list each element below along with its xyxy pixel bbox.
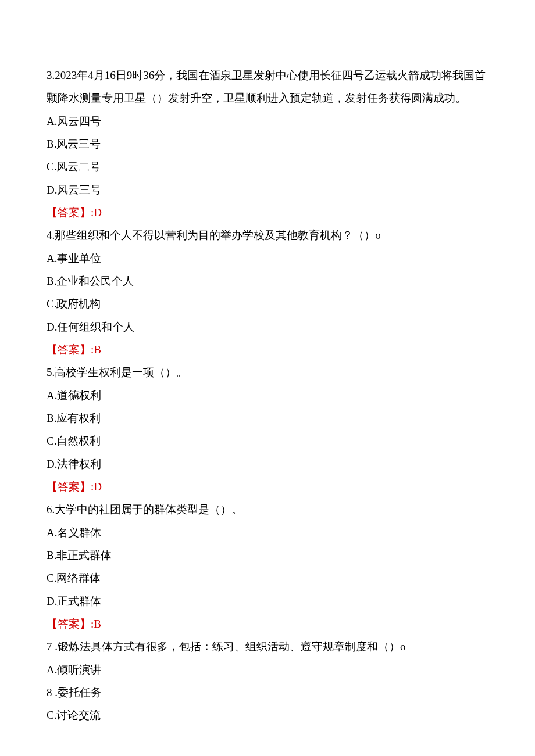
option: A.名义群体 (47, 521, 488, 544)
question-text: 那些组织和个人不得以营利为目的举办学校及其他教育机构？（）o (55, 229, 381, 241)
answer-value: B (94, 618, 101, 630)
option: 8 .委托任务 (47, 681, 488, 704)
option: B.应有权利 (47, 407, 488, 429)
answer-value: :D (91, 481, 102, 493)
question-stem: 7 .锻炼法具体方式有很多，包括：练习、组织活动、遵守规章制度和（）o (47, 635, 488, 658)
question-number: 3. (47, 69, 55, 81)
question-text: 大学中的社团属于的群体类型是（）。 (55, 503, 242, 515)
question-number: 5. (47, 366, 55, 378)
question-stem: 6.大学中的社团属于的群体类型是（）。 (47, 498, 488, 521)
answer-label: 【答案】 (47, 481, 91, 493)
option: C.讨论交流 (47, 704, 488, 726)
option: A.事业单位 (47, 247, 488, 270)
option: A.倾听演讲 (47, 658, 488, 681)
answer-line: 【答案】:D (47, 475, 488, 498)
option: D.法律权利 (47, 453, 488, 475)
answer-value: B (94, 343, 101, 356)
option: D.正式群体 (47, 590, 488, 612)
option: C.风云二号 (47, 155, 488, 178)
question-number: 7 . (47, 640, 58, 653)
option: A.风云四号 (47, 110, 488, 132)
option: D.任何组织和个人 (47, 316, 488, 338)
question-number: 4. (47, 229, 55, 241)
answer-line: 【答案】:B (47, 612, 488, 635)
option: C.自然权利 (47, 429, 488, 452)
option: C.网络群体 (47, 567, 488, 589)
question-text: 锻炼法具体方式有很多，包括：练习、组织活动、遵守规章制度和（）o (58, 640, 406, 653)
option: B.非正式群体 (47, 544, 488, 567)
answer-line: 【答案】:B (47, 338, 488, 361)
question-number: 6. (47, 503, 55, 515)
question-stem: 4.那些组织和个人不得以营利为目的举办学校及其他教育机构？（）o (47, 224, 488, 246)
option: A.道德权利 (47, 384, 488, 407)
question-text: 2023年4月16日9时36分，我国在酒泉卫星发射中心使用长征四号乙运载火箭成功… (47, 69, 486, 104)
option: C.政府机构 (47, 292, 488, 315)
answer-value: D (94, 206, 102, 218)
question-stem: 3.2023年4月16日9时36分，我国在酒泉卫星发射中心使用长征四号乙运载火箭… (47, 64, 488, 110)
answer-line: 【答案】:D (47, 201, 488, 224)
answer-label: 【答案】: (47, 343, 94, 356)
option: B.风云三号 (47, 132, 488, 155)
question-text: 高校学生权利是一项（）。 (55, 366, 187, 378)
option: B.企业和公民个人 (47, 270, 488, 292)
answer-label: 【答案】: (47, 618, 94, 630)
answer-label: 【答案】: (47, 206, 94, 218)
question-stem: 5.高校学生权利是一项（）。 (47, 361, 488, 384)
option: D.风云三号 (47, 178, 488, 201)
document-page: 3.2023年4月16日9时36分，我国在酒泉卫星发射中心使用长征四号乙运载火箭… (0, 0, 535, 756)
